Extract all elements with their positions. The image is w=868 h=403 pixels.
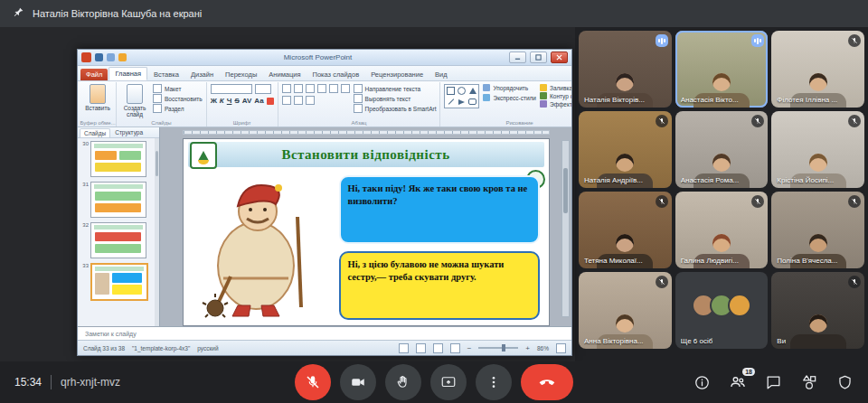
ribbon-tab-transitions[interactable]: Переходы xyxy=(220,69,262,80)
slides-tab[interactable]: Слайды xyxy=(80,128,110,137)
powerpoint-window: Microsoft PowerPoint Файл Главная Вставк… xyxy=(77,49,572,356)
align-right-icon[interactable] xyxy=(341,84,350,93)
participant-tile[interactable]: Тетяна Миколаї... xyxy=(579,192,672,268)
participant-tile[interactable]: Анастасія Вікто... xyxy=(675,31,769,108)
zoom-out-button[interactable]: − xyxy=(467,344,472,352)
mic-button[interactable] xyxy=(295,364,331,400)
columns-icon[interactable] xyxy=(294,96,303,105)
slides-pane: Слайды Структура 30 31 xyxy=(78,127,160,326)
paste-button[interactable]: Вставить xyxy=(83,84,112,111)
italic-button[interactable]: К xyxy=(220,97,224,105)
notes-pane[interactable]: Заметки к слайду xyxy=(78,326,571,340)
align-left-icon[interactable] xyxy=(317,84,326,93)
underline-button[interactable]: Ч xyxy=(227,97,232,105)
undo-icon[interactable] xyxy=(107,53,115,61)
chat-icon[interactable] xyxy=(765,374,782,391)
participant-tile[interactable]: Галина Людвигі... xyxy=(675,192,769,268)
smartart-button[interactable]: Преобразовать в SmartArt xyxy=(354,104,437,113)
present-screen-button[interactable] xyxy=(430,364,467,400)
maximize-button[interactable] xyxy=(530,52,547,63)
meeting-code: qrh-xnjt-mvz xyxy=(61,376,120,389)
minimize-button[interactable] xyxy=(509,52,526,63)
justify-icon[interactable] xyxy=(306,96,315,105)
shapes-gallery[interactable] xyxy=(444,84,479,108)
zoom-slider[interactable] xyxy=(478,347,518,349)
participant-tile[interactable]: Наталія Вікторів... xyxy=(579,31,672,108)
ribbon-tab-view[interactable]: Вид xyxy=(429,69,453,80)
participant-name: Поліна В'ячесла... xyxy=(777,257,837,265)
reading-view-button[interactable] xyxy=(433,343,443,353)
camera-button[interactable] xyxy=(340,364,376,400)
slide-thumbnail[interactable]: 31 xyxy=(81,182,157,218)
end-call-button[interactable] xyxy=(521,364,573,400)
align-text-button[interactable]: Выровнять текст xyxy=(354,94,437,103)
more-participants-tile[interactable]: Ще 6 осіб xyxy=(675,272,769,349)
font-name-box[interactable] xyxy=(211,84,252,94)
slide-thumbnail-selected[interactable]: 33 xyxy=(81,263,157,301)
participant-tile[interactable]: Філотея Іллівна ... xyxy=(771,31,864,108)
sidebar-scrollbar[interactable] xyxy=(155,138,159,326)
text-direction-button[interactable]: Направление текста xyxy=(354,84,437,93)
shape-effects-button[interactable]: Эффекты фигур xyxy=(540,100,571,108)
shape-outline-button[interactable]: Контур фигуры xyxy=(540,92,571,99)
ribbon-tab-insert[interactable]: Вставка xyxy=(148,69,184,80)
change-case-button[interactable]: Аа xyxy=(254,97,263,105)
bullets-icon[interactable] xyxy=(282,84,291,93)
people-icon[interactable]: 18 xyxy=(729,373,747,391)
section-button[interactable]: Раздел xyxy=(153,104,203,113)
mic-muted-icon xyxy=(656,276,668,288)
reset-button[interactable]: Восстановить xyxy=(153,94,203,103)
font-size-box[interactable] xyxy=(255,84,271,94)
slide-scrollbar[interactable] xyxy=(561,140,570,317)
close-button[interactable] xyxy=(551,52,568,63)
text-direction-icon xyxy=(354,84,363,93)
font-color-icon[interactable] xyxy=(267,98,274,105)
activities-icon[interactable] xyxy=(800,373,818,391)
normal-view-button[interactable] xyxy=(399,343,409,353)
strikethrough-button[interactable]: S xyxy=(234,97,239,105)
participant-name: Анна Вікторівна... xyxy=(584,337,644,345)
participant-name: Галина Людвигі... xyxy=(681,257,739,265)
slide-sorter-button[interactable] xyxy=(416,343,426,353)
more-options-button[interactable] xyxy=(476,364,512,400)
align-center-icon[interactable] xyxy=(329,84,338,93)
participant-tile[interactable]: Анна Вікторівна... xyxy=(579,272,672,349)
new-slide-button[interactable]: Создать слайд xyxy=(120,84,149,117)
ribbon-tab-animation[interactable]: Анимация xyxy=(263,69,306,80)
bold-button[interactable]: Ж xyxy=(211,97,217,105)
participant-tile[interactable]: Крістіна Йосипі... xyxy=(771,111,864,188)
shared-screen-region[interactable]: Microsoft PowerPoint Файл Главная Вставк… xyxy=(0,27,575,361)
layout-button[interactable]: Макет xyxy=(153,84,203,93)
zoom-in-button[interactable]: + xyxy=(525,344,530,352)
info-icon[interactable] xyxy=(693,374,711,391)
host-controls-icon[interactable] xyxy=(836,374,854,391)
redo-icon[interactable] xyxy=(118,53,127,61)
slideshow-button[interactable] xyxy=(450,343,460,353)
ribbon-tab-file[interactable]: Файл xyxy=(80,69,108,80)
ribbon: Вставить Буфер обме... Создать слайд Мак… xyxy=(78,81,571,127)
participant-tile[interactable]: Анастасія Рома... xyxy=(675,111,769,188)
ribbon-tab-review[interactable]: Рецензирование xyxy=(365,69,429,80)
participant-tile[interactable]: Наталія Андріїв... xyxy=(579,111,672,188)
slide-thumbnail[interactable]: 30 xyxy=(81,141,157,177)
slide-thumbnail[interactable]: 32 xyxy=(81,222,157,258)
outline-tab[interactable]: Структура xyxy=(111,128,146,137)
indent-icon[interactable] xyxy=(306,84,315,93)
participant-tile[interactable]: Поліна В'ячесла... xyxy=(771,192,864,268)
quick-styles-button[interactable]: Экспресс-стили xyxy=(483,94,536,101)
numbering-icon[interactable] xyxy=(294,84,303,93)
shape-fill-button[interactable]: Заливка фигуры xyxy=(540,84,571,91)
pushpin-icon xyxy=(13,5,24,22)
fit-to-window-button[interactable] xyxy=(556,343,566,353)
char-spacing-button[interactable]: AV xyxy=(242,97,252,105)
ribbon-tab-design[interactable]: Дизайн xyxy=(185,69,219,80)
raise-hand-button[interactable] xyxy=(385,364,421,400)
line-spacing-icon[interactable] xyxy=(282,96,291,105)
save-icon[interactable] xyxy=(95,53,103,61)
ribbon-tab-home[interactable]: Главная xyxy=(108,67,147,80)
ribbon-tab-slideshow[interactable]: Показ слайдов xyxy=(307,69,365,80)
self-tile[interactable]: Ви xyxy=(771,272,864,349)
meeting-time: 15:34 xyxy=(14,376,42,389)
control-bar: 15:34 qrh-xnjt-mvz xyxy=(0,361,868,403)
arrange-button[interactable]: Упорядочить xyxy=(483,84,536,91)
